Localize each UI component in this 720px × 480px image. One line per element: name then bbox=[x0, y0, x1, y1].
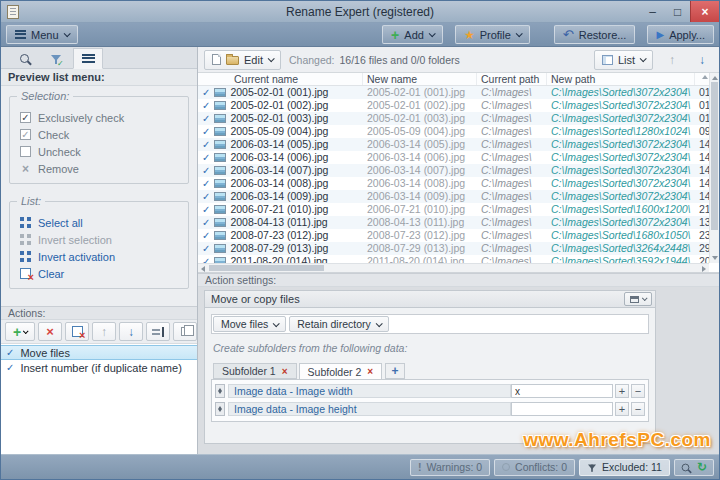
row-checkmark-icon[interactable]: ✓ bbox=[202, 242, 210, 255]
duplicate-action-button[interactable] bbox=[173, 322, 197, 341]
scrollbar-right-arrow-icon[interactable] bbox=[702, 266, 706, 272]
list-item-clear[interactable]: Clear bbox=[20, 265, 180, 282]
restore-button[interactable]: ↶ Restore... bbox=[554, 25, 636, 44]
add-subfolder-tab-button[interactable]: + bbox=[385, 363, 405, 379]
tab-filter[interactable]: ✓ bbox=[41, 48, 71, 68]
row-checkmark-icon[interactable]: ✓ bbox=[202, 190, 210, 203]
conflicts-status[interactable]: Conflicts: 0 bbox=[494, 459, 575, 476]
search-icon[interactable] bbox=[682, 463, 690, 471]
table-row[interactable]: ✓ 2005-02-01 (001).jpg 2005-02-01 (001).… bbox=[198, 86, 709, 99]
row-checkmark-icon[interactable]: ✓ bbox=[202, 229, 210, 242]
column-header-clipped[interactable] bbox=[695, 73, 709, 85]
data-source-label[interactable]: Image data - Image width bbox=[228, 384, 511, 398]
row-checkmark-icon[interactable]: ✓ bbox=[202, 99, 210, 112]
action-row-move-files[interactable]: ✓ Move files bbox=[1, 345, 197, 360]
directory-dropdown[interactable]: Retain directory bbox=[289, 316, 389, 332]
tab-preview-list-menu[interactable] bbox=[73, 48, 103, 69]
tab-search[interactable] bbox=[9, 48, 39, 68]
tab-subfolder-1[interactable]: Subfolder 1 × bbox=[213, 363, 297, 379]
list-item-invert-selection[interactable]: Invert selection bbox=[20, 231, 180, 248]
separator-input[interactable] bbox=[511, 384, 613, 398]
checkmark-icon[interactable]: ✓ bbox=[6, 362, 14, 373]
row-checkmark-icon[interactable]: ✓ bbox=[202, 255, 210, 263]
mode-dropdown[interactable]: Move files bbox=[213, 316, 286, 332]
checkbox-checked-icon[interactable]: ✓ bbox=[20, 112, 31, 123]
minimize-button[interactable]: – bbox=[640, 1, 665, 22]
rename-action-button[interactable] bbox=[146, 322, 170, 341]
remove-row-button[interactable]: − bbox=[631, 402, 645, 416]
scroll-down-button[interactable]: ↓ bbox=[691, 50, 713, 70]
maximize-button[interactable]: □ bbox=[665, 1, 690, 22]
close-tab-icon[interactable]: × bbox=[282, 366, 288, 377]
checkbox-empty-icon[interactable] bbox=[20, 146, 31, 157]
checkbox-checked-gray-icon[interactable]: ✓ bbox=[20, 129, 31, 140]
excluded-status[interactable]: Excluded: 11 bbox=[579, 459, 670, 476]
row-checkmark-icon[interactable]: ✓ bbox=[202, 86, 210, 99]
table-row[interactable]: ✓ 2008-07-23 (012).jpg 2008-07-23 (012).… bbox=[198, 229, 709, 242]
delete-action-button[interactable]: × bbox=[38, 322, 62, 341]
row-checkmark-icon[interactable]: ✓ bbox=[202, 177, 210, 190]
close-tab-icon[interactable]: × bbox=[367, 366, 373, 377]
table-row[interactable]: ✓ 2006-03-14 (008).jpg 2006-03-14 (008).… bbox=[198, 177, 709, 190]
apply-button[interactable]: ▶ Apply... bbox=[647, 25, 714, 44]
selection-item-check[interactable]: ✓ Check bbox=[20, 126, 180, 143]
profile-button[interactable]: ★ Profile bbox=[455, 25, 530, 44]
table-row[interactable]: ✓ 2005-05-09 (004).jpg 2005-05-09 (004).… bbox=[198, 125, 709, 138]
table-row[interactable]: ✓ 2006-03-14 (007).jpg 2006-03-14 (007).… bbox=[198, 164, 709, 177]
row-checkmark-icon[interactable]: ✓ bbox=[202, 216, 210, 229]
vertical-scrollbar[interactable] bbox=[709, 73, 719, 263]
row-checkmark-icon[interactable]: ✓ bbox=[202, 112, 210, 125]
scrollbar-thumb[interactable] bbox=[209, 265, 324, 271]
tab-subfolder-2[interactable]: Subfolder 2 × bbox=[299, 363, 383, 380]
separator-input[interactable] bbox=[511, 402, 613, 416]
menu-button[interactable]: Menu bbox=[6, 25, 78, 44]
horizontal-scrollbar[interactable] bbox=[198, 263, 709, 272]
selection-item-exclusively-check[interactable]: ✓ Exclusively check bbox=[20, 109, 180, 126]
add-row-button[interactable]: + bbox=[615, 402, 629, 416]
row-checkmark-icon[interactable]: ✓ bbox=[202, 151, 210, 164]
table-row[interactable]: ✓ 2008-04-13 (011).jpg 2008-04-13 (011).… bbox=[198, 216, 709, 229]
table-row[interactable]: ✓ 2011-08-20 (014).jpg 2011-08-20 (014).… bbox=[198, 255, 709, 263]
column-header-new-name[interactable]: New name bbox=[363, 73, 477, 85]
edit-button[interactable]: Edit bbox=[204, 50, 281, 70]
table-row[interactable]: ✓ 2006-07-21 (010).jpg 2006-07-21 (010).… bbox=[198, 203, 709, 216]
move-down-button[interactable]: ↓ bbox=[119, 322, 143, 341]
view-mode-button[interactable]: List bbox=[594, 50, 653, 70]
data-source-label[interactable]: Image data - Image height bbox=[228, 402, 511, 416]
column-header-new-path[interactable]: New path bbox=[547, 73, 695, 85]
close-button[interactable]: × bbox=[690, 1, 719, 22]
column-header-current-path[interactable]: Current path bbox=[477, 73, 547, 85]
table-row[interactable]: ✓ 2005-02-01 (003).jpg 2005-02-01 (003).… bbox=[198, 112, 709, 125]
table-row[interactable]: ✓ 2005-02-01 (002).jpg 2005-02-01 (002).… bbox=[198, 99, 709, 112]
table-row[interactable]: ✓ 2008-07-29 (013).jpg 2008-07-29 (013).… bbox=[198, 242, 709, 255]
list-item-select-all[interactable]: Select all bbox=[20, 214, 180, 231]
selection-item-uncheck[interactable]: Uncheck bbox=[20, 143, 180, 160]
panel-window-button[interactable] bbox=[624, 292, 652, 306]
add-button[interactable]: + Add bbox=[382, 25, 443, 44]
row-checkmark-icon[interactable]: ✓ bbox=[202, 125, 210, 138]
table-row[interactable]: ✓ 2006-03-14 (005).jpg 2006-03-14 (005).… bbox=[198, 138, 709, 151]
scrollbar-thumb[interactable] bbox=[711, 82, 718, 230]
row-checkmark-icon[interactable]: ✓ bbox=[202, 138, 210, 151]
scrollbar-left-arrow-icon[interactable] bbox=[201, 266, 205, 272]
clear-actions-button[interactable] bbox=[65, 322, 89, 341]
selection-item-remove[interactable]: × Remove bbox=[20, 160, 180, 177]
scrollbar-down-arrow-icon[interactable] bbox=[712, 256, 718, 260]
table-row[interactable]: ✓ 2006-03-14 (006).jpg 2006-03-14 (006).… bbox=[198, 151, 709, 164]
scrollbar-up-arrow-icon[interactable] bbox=[712, 76, 718, 80]
move-up-button[interactable]: ↑ bbox=[92, 322, 116, 341]
checkmark-icon[interactable]: ✓ bbox=[6, 347, 14, 358]
warnings-status[interactable]: ! Warnings: 0 bbox=[410, 459, 490, 476]
scroll-up-button[interactable]: ↑ bbox=[661, 50, 683, 70]
column-header-current-name[interactable]: Current name bbox=[198, 73, 363, 85]
reorder-spinner[interactable] bbox=[215, 384, 225, 398]
table-row[interactable]: ✓ 2006-03-14 (009).jpg 2006-03-14 (009).… bbox=[198, 190, 709, 203]
add-action-button[interactable]: + bbox=[5, 322, 35, 341]
row-checkmark-icon[interactable]: ✓ bbox=[202, 203, 210, 216]
list-item-invert-activation[interactable]: Invert activation bbox=[20, 248, 180, 265]
row-checkmark-icon[interactable]: ✓ bbox=[202, 164, 210, 177]
refresh-icon[interactable]: ↻ bbox=[697, 460, 707, 474]
action-row-insert-number[interactable]: ✓ Insert number (if duplicate name) bbox=[1, 360, 197, 375]
reorder-spinner[interactable] bbox=[215, 402, 225, 416]
remove-row-button[interactable]: − bbox=[631, 384, 645, 398]
